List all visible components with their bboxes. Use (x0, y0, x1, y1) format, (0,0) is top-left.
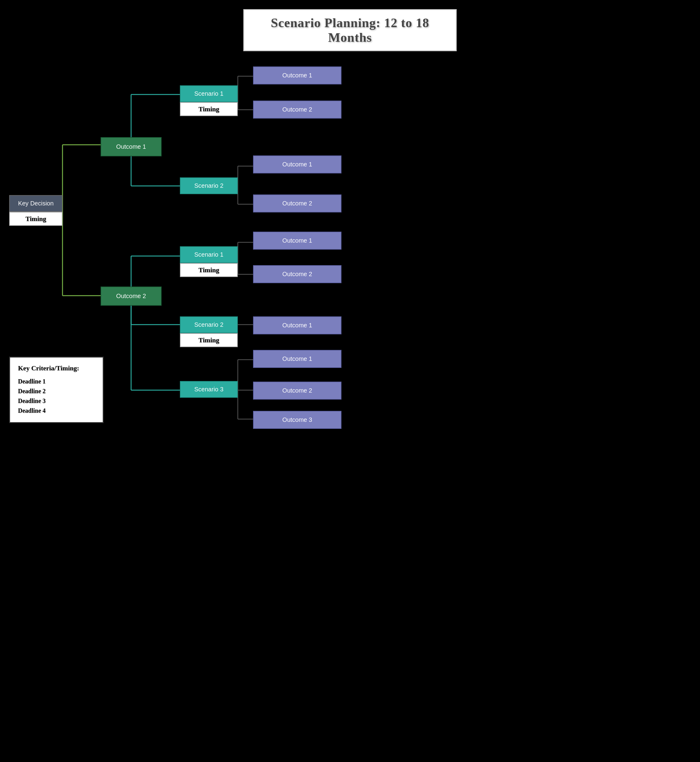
o2s3-out1-box: Outcome 1 (253, 350, 341, 368)
o2s3-out1-node: Outcome 1 (253, 350, 341, 368)
o2-scenario2-box: Scenario 2 (180, 316, 238, 333)
key-criteria-box: Key Criteria/Timing: Deadline 1 Deadline… (9, 357, 104, 423)
key-criteria-item-2: Deadline 2 (18, 386, 95, 396)
o2-scenario2-timing: Timing (180, 333, 238, 347)
outcome2-box: Outcome 2 (101, 287, 162, 306)
key-decision-timing: Timing (9, 212, 62, 226)
page-title: Scenario Planning: 12 to 18 Months (256, 16, 444, 45)
title-box: Scenario Planning: 12 to 18 Months (243, 9, 457, 51)
o2-scenario3-box: Scenario 3 (180, 381, 238, 398)
o1-scenario1-node: Scenario 1 Timing (180, 85, 238, 116)
o2s3-out2-node: Outcome 2 (253, 382, 341, 400)
o1-scenario1-timing: Timing (180, 102, 238, 116)
o2s1-out2-box: Outcome 2 (253, 265, 341, 283)
key-criteria-item-1: Deadline 1 (18, 376, 95, 386)
o1s1-out2-node: Outcome 2 (253, 101, 341, 119)
key-criteria-item-4: Deadline 4 (18, 406, 95, 415)
o2-scenario3-node: Scenario 3 (180, 381, 238, 398)
o2s2-out1-box: Outcome 1 (253, 316, 341, 334)
o2-scenario1-node: Scenario 1 Timing (180, 246, 238, 277)
o2s1-out1-node: Outcome 1 (253, 232, 341, 250)
o1s2-out1-node: Outcome 1 (253, 155, 341, 173)
o1s1-out1-box: Outcome 1 (253, 66, 341, 84)
o1s1-out2-box: Outcome 2 (253, 101, 341, 119)
o2-scenario1-timing: Timing (180, 263, 238, 277)
o2-scenario2-node: Scenario 2 Timing (180, 316, 238, 347)
outcome2-node: Outcome 2 (101, 287, 162, 306)
o2-scenario1-box: Scenario 1 (180, 246, 238, 263)
o2s2-out1-node: Outcome 1 (253, 316, 341, 334)
o1s1-out1-node: Outcome 1 (253, 66, 341, 84)
key-criteria-title: Key Criteria/Timing: (18, 364, 95, 372)
key-decision-node: Key Decision Timing (9, 195, 62, 226)
key-decision-box: Key Decision (9, 195, 62, 212)
o1-scenario2-node: Scenario 2 (180, 177, 238, 194)
o1-scenario2-box: Scenario 2 (180, 177, 238, 194)
key-decision-label: Key Decision (18, 200, 54, 207)
o2s1-out1-box: Outcome 1 (253, 232, 341, 250)
o2s3-out3-box: Outcome 3 (253, 411, 341, 429)
outcome1-node: Outcome 1 (101, 137, 162, 156)
o2s1-out2-node: Outcome 2 (253, 265, 341, 283)
o1s2-out1-box: Outcome 1 (253, 155, 341, 173)
o2s3-out2-box: Outcome 2 (253, 382, 341, 400)
o2s3-out3-node: Outcome 3 (253, 411, 341, 429)
o1s2-out2-box: Outcome 2 (253, 194, 341, 212)
outcome1-box: Outcome 1 (101, 137, 162, 156)
o1-scenario1-box: Scenario 1 (180, 85, 238, 102)
o1s2-out2-node: Outcome 2 (253, 194, 341, 212)
key-criteria-item-3: Deadline 3 (18, 396, 95, 406)
